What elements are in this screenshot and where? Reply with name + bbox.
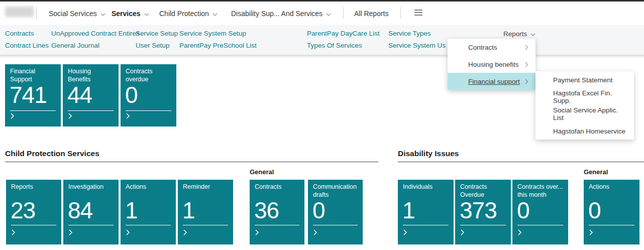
tile-value: 1 (125, 198, 138, 223)
nav-disability-label: Disability Sup... And Services (231, 10, 323, 18)
ribbon-link-service-types[interactable]: Service Types (388, 28, 446, 40)
chevron-right-icon (517, 228, 522, 237)
tile-contracts-overdue-disability[interactable]: Contracts Overdue 373 (455, 180, 511, 244)
tile-label: Contracts (255, 183, 282, 191)
submenu-item-payment-statement[interactable]: Payment Statement (535, 71, 634, 88)
tile-communication-drafts[interactable]: Communication drafts 0 (308, 180, 363, 244)
nav-child-protection-label: Child Protection (159, 10, 209, 18)
ribbon-link-service-system-setup[interactable]: Service System Setup (179, 28, 257, 40)
nav-child-protection[interactable]: Child Protection (159, 2, 218, 25)
menu-item-housing-benefits[interactable]: Housing benefits (448, 56, 535, 73)
menu-item-financial-support-label: Financial support (468, 78, 520, 85)
tile-divider-line (589, 225, 634, 225)
tile-housing-benefits[interactable]: Housing Benefits 44 (63, 64, 119, 127)
tile-label: Actions (589, 183, 609, 191)
tile-divider-line (460, 225, 506, 225)
submenu-item-social-service-applic-list[interactable]: Social Service Applic. List (535, 105, 634, 122)
tile-divider-line (255, 225, 299, 225)
ribbon-link-contracts[interactable]: Contracts (5, 28, 49, 40)
tile-individuals[interactable]: Individuals 1 (398, 180, 454, 244)
chevron-down-icon (144, 10, 149, 18)
nav-all-reports[interactable]: All Reports (354, 2, 388, 25)
tile-divider-line (68, 110, 114, 111)
tile-divider-line (10, 110, 56, 111)
submenu-item-hagstofan-homeservice[interactable]: Hagstofan Homeservice (535, 122, 634, 140)
tile-investigation[interactable]: Investigation 84 (63, 180, 119, 244)
tile-reminder[interactable]: Reminder 1 (178, 180, 233, 244)
ribbon-link-service-system-users[interactable]: Service System Us (388, 40, 446, 52)
tile-value: 0 (588, 198, 601, 223)
ribbon-link-contract-lines[interactable]: Contract Lines (5, 40, 49, 52)
nav-disability-sup-and-services[interactable]: Disability Sup... And Services (231, 2, 331, 25)
chevron-right-icon (403, 228, 407, 237)
hamburger-menu-icon[interactable] (414, 9, 423, 18)
chevron-right-icon (460, 228, 465, 237)
ribbon-group-parentpay: ParentPay DayCare List Types Of Services (307, 25, 380, 52)
chevron-right-icon (68, 112, 72, 121)
tile-reports[interactable]: Reports 23 (6, 180, 61, 244)
chevron-right-icon (126, 112, 130, 121)
submenu-item-homeservice-label: Hagstofan Homeservice (553, 128, 625, 135)
chevron-down-icon (100, 10, 105, 18)
ribbon-link-unapproved-contract-entires[interactable]: UnApproved Contract Entires (51, 28, 140, 40)
submenu-item-hagstofa-excel-fin-supp[interactable]: Hagstofa Excel Fin. Supp. (535, 88, 634, 105)
section-title-disability-issues: Disability Issues (398, 149, 459, 158)
tile-contracts-overdue-this-month[interactable]: Contracts over... this month 0 (512, 180, 568, 244)
tile-value: 23 (11, 198, 35, 223)
ribbon-link-types-of-services[interactable]: Types Of Services (307, 40, 380, 52)
nav-services[interactable]: Services (112, 2, 149, 25)
tile-label: Contracts over... this month (517, 183, 563, 199)
chevron-right-icon (126, 228, 130, 237)
tile-divider-line (11, 225, 56, 225)
tile-contracts[interactable]: Contracts 36 (250, 180, 304, 244)
ribbon-link-user-setup[interactable]: User Setup (136, 40, 178, 52)
ribbon-reports-label: Reports (503, 30, 527, 38)
section-rule (398, 162, 644, 162)
chevron-right-icon (183, 228, 187, 237)
financial-support-submenu: Payment Statement Hagstofa Excel Fin. Su… (535, 71, 634, 140)
menu-item-contracts-label: Contracts (468, 44, 497, 51)
chevron-right-icon (255, 228, 259, 237)
ribbon-link-general-journal[interactable]: General Journal (51, 40, 140, 52)
tile-value: 741 (10, 82, 47, 108)
action-ribbon: Contracts Contract Lines UnApproved Cont… (0, 25, 644, 55)
tile-financial-support[interactable]: Financial Support 741 (5, 64, 61, 127)
reports-dropdown-menu: Contracts Housing benefits Financial sup… (448, 39, 535, 90)
divider (343, 7, 344, 19)
group-label-general: General (584, 168, 608, 176)
tile-divider-line (183, 225, 228, 225)
submenu-item-payment-statement-label: Payment Statement (553, 76, 613, 84)
divider (400, 7, 401, 19)
ribbon-group-journals: UnApproved Contract Entires General Jour… (51, 25, 140, 52)
tile-label: Financial Support (10, 67, 35, 83)
menu-item-housing-benefits-label: Housing benefits (468, 61, 519, 68)
tile-label: Individuals (403, 183, 433, 191)
tile-value: 0 (312, 198, 325, 223)
chevron-down-icon (530, 30, 535, 38)
tile-value: 36 (254, 198, 279, 223)
tile-contracts-overdue[interactable]: Contracts overdue 0 (121, 64, 176, 127)
top-navigation-bar: Social Services Services Child Protectio… (0, 2, 644, 25)
ribbon-link-parentpay-preschool-list[interactable]: ParentPay PreSchool List (179, 40, 257, 52)
ribbon-group-system-setup: Service System Setup ParentPay PreSchool… (179, 25, 257, 52)
ribbon-link-service-setup[interactable]: Service Setup (136, 28, 178, 40)
tile-value: 84 (68, 198, 92, 223)
menu-item-contracts[interactable]: Contracts (448, 39, 535, 56)
tile-divider-line (126, 225, 171, 225)
business-central-home: Social Services Services Child Protectio… (0, 0, 644, 250)
tile-label: Contracts overdue (126, 67, 153, 83)
tile-actions-disability[interactable]: Actions 0 (584, 180, 639, 244)
chevron-right-icon (11, 228, 16, 237)
tile-actions[interactable]: Actions 1 (121, 180, 176, 244)
tile-value: 0 (517, 198, 529, 223)
nav-social-services[interactable]: Social Services (49, 2, 105, 25)
company-logo-placeholder[interactable] (5, 7, 34, 17)
ribbon-reports-menu-trigger[interactable]: Reports (503, 28, 535, 40)
ribbon-link-parentpay-daycare-list[interactable]: ParentPay DayCare List (307, 28, 380, 40)
tile-value: 373 (460, 198, 497, 223)
menu-item-financial-support[interactable]: Financial support (448, 73, 535, 90)
group-label-general: General (250, 168, 274, 176)
divider (36, 7, 37, 19)
tile-value: 44 (67, 82, 92, 108)
tile-value: 1 (402, 198, 415, 223)
